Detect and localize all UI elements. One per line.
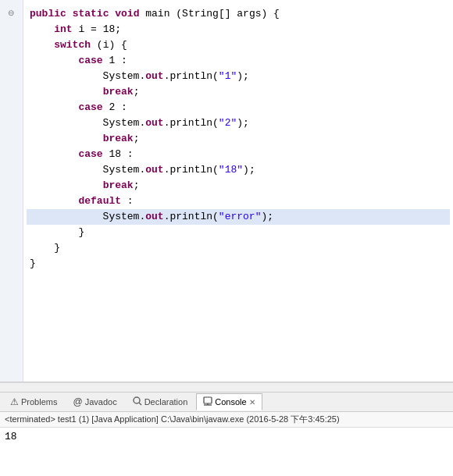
code-line: System.out.println("2"); [27,115,450,131]
code-line: } [27,225,450,240]
code-line: case 2 : [27,100,450,115]
svg-line-1 [139,403,141,405]
code-line: public static void main (String[] args) … [27,6,450,22]
declaration-tab-label: Declaration [144,397,188,407]
code-line: break; [27,131,450,147]
code-line: System.out.println("error"); [27,209,450,225]
problems-tab-label: Problems [21,397,57,407]
code-line: default : [27,194,450,209]
code-editor: ⊖ public static void main (String[] args… [0,0,453,382]
tab-problems[interactable]: ⚠Problems [3,393,64,410]
javadoc-tab-label: Javadoc [85,397,117,407]
code-line: break; [27,178,450,194]
bottom-tabs-bar: ⚠Problems@JavadocDeclarationConsole ✕ [0,392,453,412]
code-line: System.out.println("18"); [27,162,450,178]
collapse-icon[interactable]: ⊖ [9,6,15,22]
console-tab-label: Console [215,397,246,407]
horizontal-scrollbar[interactable] [0,382,453,392]
code-line: int i = 18; [27,22,450,37]
code-line: case 18 : [27,147,450,162]
problems-tab-icon: ⚠ [10,396,19,407]
tab-javadoc[interactable]: @Javadoc [66,393,123,410]
code-content: public static void main (String[] args) … [23,0,453,382]
code-line: switch (i) { [27,37,450,53]
console-status-bar: <terminated> test1 (1) [Java Application… [0,412,453,428]
code-line: System.out.println("1"); [27,69,450,84]
declaration-tab-icon [133,396,142,408]
svg-point-0 [134,397,140,403]
code-line: case 1 : [27,53,450,69]
code-line: break; [27,84,450,100]
line-gutter: ⊖ [0,0,23,382]
svg-rect-2 [204,397,212,403]
console-output: 18 [0,428,453,446]
tab-console[interactable]: Console ✕ [196,393,262,410]
code-line: } [27,240,450,256]
code-line: } [27,256,450,272]
tab-declaration[interactable]: Declaration [126,393,195,410]
console-tab-icon [203,396,212,408]
console-tab-close[interactable]: ✕ [249,398,255,407]
javadoc-tab-icon: @ [73,396,82,407]
